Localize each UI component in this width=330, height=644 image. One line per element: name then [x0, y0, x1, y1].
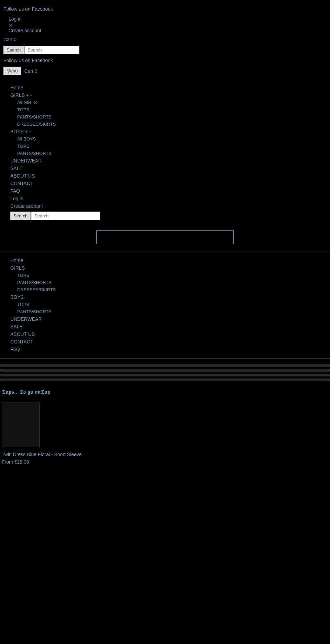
- nav-login[interactable]: Log in: [10, 195, 320, 202]
- cart-bar-top[interactable]: Cart 0: [2, 35, 330, 44]
- skeleton-bar-4: [0, 379, 330, 381]
- nav-girls-dresses[interactable]: DRESSES/SKIRTS: [17, 121, 320, 128]
- or-text: or: [9, 23, 12, 28]
- skeleton-bars: [0, 360, 330, 385]
- skeleton-bar-2: [0, 369, 330, 372]
- nav-boys-tops[interactable]: TOPS: [17, 143, 320, 150]
- top-section: Follow us on Facebook Log in or Create a…: [0, 0, 330, 80]
- nav-boys-sub: All BOYS TOPS PANTS/SHORTS: [10, 135, 320, 157]
- nav2-underwear[interactable]: UNDERWEAR: [10, 315, 320, 323]
- divider-2: [0, 358, 330, 359]
- product-title: Twirl Dress Blue Floral - Short Sleeve: [2, 450, 328, 458]
- nav2-girls-pants[interactable]: PANTS/SHORTS: [17, 279, 320, 286]
- social-text: 𝕿𝖔𝖕𝖘.. 𝕿𝖔 𝖌𝖔 𝖔𝖓𝕿𝖔𝖕: [2, 388, 50, 396]
- nav-section-2: Home GIRLS TOPS PANTS/SHORTS DRESSES/SKI…: [0, 253, 330, 357]
- login-link[interactable]: Log in: [9, 16, 323, 22]
- divider-1: [0, 251, 330, 251]
- cart-text[interactable]: Cart 0: [24, 68, 37, 74]
- nav-boys-pants[interactable]: PANTS/SHORTS: [17, 150, 320, 157]
- nav-faq[interactable]: FAQ: [10, 187, 320, 195]
- skeleton-bar-1: [0, 364, 330, 367]
- nav-boys[interactable]: BOYS + -: [10, 128, 320, 135]
- nav-underwear[interactable]: UNDERWEAR: [10, 157, 320, 165]
- search-bar-top: Search: [2, 44, 330, 56]
- search-input-menu[interactable]: [31, 212, 100, 220]
- search-button-menu[interactable]: Search: [10, 212, 31, 220]
- nav2-about-us[interactable]: ABOUT US: [10, 330, 320, 338]
- nav2-home[interactable]: Home: [10, 257, 320, 264]
- search-button-top[interactable]: Search: [3, 46, 24, 54]
- menu-button[interactable]: Menu: [3, 67, 21, 75]
- nav2-contact[interactable]: CONTACT: [10, 338, 320, 346]
- follow-facebook-link[interactable]: Follow us on Facebook: [2, 3, 330, 14]
- large-search-box: [0, 225, 330, 249]
- nav-create-account[interactable]: Create account: [10, 202, 320, 210]
- product-area: Twirl Dress Blue Floral - Short Sleeve F…: [0, 399, 330, 536]
- nav2-boys-sub: TOPS PANTS/SHORTS: [10, 301, 320, 315]
- nav-about-us[interactable]: ABOUT US: [10, 172, 320, 180]
- nav2-girls[interactable]: GIRLS: [10, 264, 320, 272]
- auth-links: Log in or Create account: [2, 14, 330, 35]
- nav-sale[interactable]: SALE: [10, 165, 320, 172]
- nav-menu-expanded: Home GIRLS + - All GIRLS TOPS PANTS/SHOR…: [0, 80, 330, 225]
- nav-all-boys[interactable]: All BOYS: [17, 135, 320, 143]
- product-price: From €35.00: [2, 458, 328, 466]
- nav2-girls-sub: TOPS PANTS/SHORTS DRESSES/SKIRTS: [10, 272, 320, 293]
- menu-cart-bar: Menu Cart 0: [2, 65, 330, 77]
- nav2-girls-dresses[interactable]: DRESSES/SKIRTS: [17, 286, 320, 293]
- nav2-sale[interactable]: SALE: [10, 323, 320, 330]
- footer-area: [0, 536, 330, 640]
- nav-all-girls[interactable]: All GIRLS: [17, 99, 320, 106]
- nav2-faq[interactable]: FAQ: [10, 346, 320, 353]
- nav2-boys-pants[interactable]: PANTS/SHORTS: [17, 308, 320, 315]
- nav2-boys-tops[interactable]: TOPS: [17, 301, 320, 308]
- large-search-input[interactable]: [96, 230, 234, 244]
- nav-contact[interactable]: CONTACT: [10, 180, 320, 187]
- social-icons-row: 𝕿𝖔𝖕𝖘.. 𝕿𝖔 𝖌𝖔 𝖔𝖓𝕿𝖔𝖕: [0, 385, 330, 399]
- search-input-top[interactable]: [24, 46, 79, 54]
- nav-girls-tops[interactable]: TOPS: [17, 106, 320, 113]
- product-image[interactable]: [2, 403, 40, 447]
- nav-girls-pants[interactable]: PANTS/SHORTS: [17, 113, 320, 121]
- nav2-girls-tops[interactable]: TOPS: [17, 272, 320, 279]
- nav-girls[interactable]: GIRLS + -: [10, 91, 320, 99]
- create-account-link[interactable]: Create account: [9, 28, 323, 33]
- search-bar-menu: Search: [10, 210, 320, 222]
- nav-girls-sub: All GIRLS TOPS PANTS/SHORTS DRESSES/SKIR…: [10, 99, 320, 128]
- follow-facebook-link-2[interactable]: Follow us on Facebook: [2, 56, 330, 65]
- nav-home[interactable]: Home: [10, 84, 320, 91]
- skeleton-bar-3: [0, 374, 330, 376]
- nav2-boys[interactable]: BOYS: [10, 293, 320, 301]
